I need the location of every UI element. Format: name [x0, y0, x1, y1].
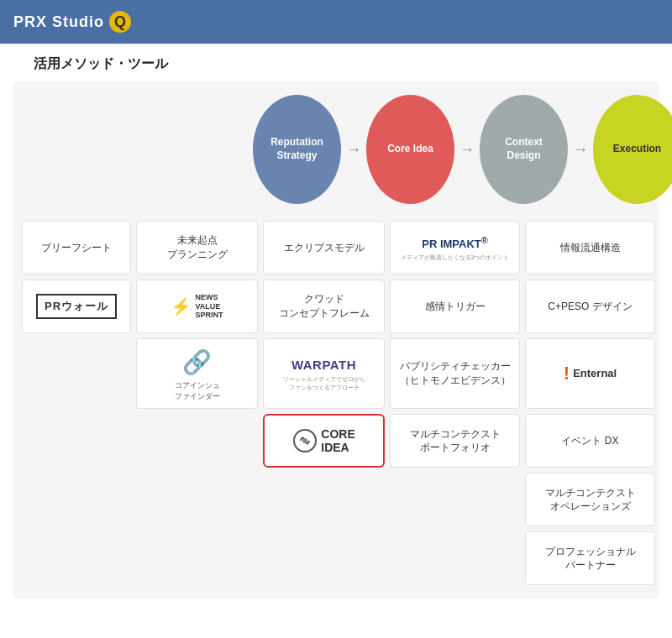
header: PRX Studio Q	[0, 0, 672, 44]
cell-brief: ブリーフシート	[22, 221, 131, 275]
logo-text: PRX Studio	[13, 13, 104, 31]
cell-empty-5-0	[22, 473, 131, 526]
cell-empty-6-1	[136, 531, 258, 585]
cell-professional-text: プロフェッショナルパートナー	[545, 545, 636, 573]
cell-quad: クワッドコンセプトフレーム	[263, 280, 385, 333]
cell-warpath: WARPATH ソーシャルメディアでゼロからファンをつくるアプローチ	[263, 338, 385, 409]
cell-multi-ops: マルチコンテクストオペレーションズ	[525, 473, 655, 526]
pr-wall-logo: PRウォール	[36, 294, 117, 319]
cell-empty-6-0	[22, 531, 131, 585]
flow-step-reputation-label: ReputationStrategy	[270, 136, 323, 162]
arrow-2: →	[454, 141, 480, 159]
logo-q: Q	[109, 11, 131, 33]
cell-kanjou-text: 感情トリガー	[425, 300, 486, 314]
cell-empty-4-0	[22, 414, 131, 468]
flow-step-execution: Execution	[593, 95, 672, 204]
cell-nvs: ⚡ NEWSVALUESPRINT	[136, 280, 258, 333]
cell-kanjou: 感情トリガー	[390, 280, 520, 333]
tools-grid: ブリーフシート 未来起点プランニング エクリプスモデル PR IMPAKT® メ…	[22, 221, 650, 585]
cell-pr-wall: PRウォール	[22, 280, 131, 333]
koin-text: コアインシュファインダー	[175, 380, 220, 401]
arrow-3: →	[568, 141, 593, 159]
cell-multi-ops-text: マルチコンテクストオペレーションズ	[545, 486, 636, 515]
cell-empty-5-3	[390, 473, 520, 526]
cell-event-dx: イベント DX	[525, 414, 655, 468]
cell-event-dx-text: イベント DX	[561, 434, 618, 448]
cell-multi-context: マルチコンテクストポートフォリオ	[390, 414, 520, 468]
warpath-sub: ソーシャルメディアでゼロからファンをつくるアプローチ	[283, 375, 365, 392]
enternal-icon: !	[564, 361, 570, 387]
flow-step-core-idea: Core Idea	[366, 95, 454, 204]
warpath-logo: WARPATH	[291, 356, 356, 374]
cell-empty-6-2	[263, 531, 385, 585]
cell-mirai-text: 未来起点プランニング	[167, 233, 228, 262]
pr-impakt-logo: PR IMPAKT®	[422, 234, 488, 253]
cell-brief-text: ブリーフシート	[41, 241, 112, 255]
cell-multi-context-text: マルチコンテクストポートフォリオ	[410, 427, 501, 456]
core-idea-icon	[292, 428, 318, 453]
svg-point-1	[302, 438, 307, 443]
flow-step-context: ContextDesign	[480, 95, 568, 204]
cell-empty-6-3	[390, 531, 520, 585]
flow-diagram: ReputationStrategy → Core Idea → Context…	[22, 95, 650, 204]
cell-empty-4-1	[136, 414, 258, 468]
koin-icon: 🔗	[182, 346, 212, 379]
cell-cpeso: C+PESO デザイン	[525, 280, 655, 333]
cell-quad-text: クワッドコンセプトフレーム	[279, 292, 370, 321]
flow-step-context-label: ContextDesign	[505, 136, 543, 162]
nvs-bolt-icon: ⚡	[171, 295, 192, 318]
flow-step-reputation: ReputationStrategy	[253, 95, 341, 204]
core-idea-text: COREIDEA	[321, 427, 354, 456]
cell-empty-3-0	[22, 338, 131, 409]
cell-eclipse: エクリプスモデル	[263, 221, 385, 275]
enternal-text: Enternal	[573, 366, 617, 381]
logo: PRX Studio Q	[13, 11, 131, 33]
nvs-text: NEWSVALUESPRINT	[195, 293, 223, 320]
cell-eclipse-text: エクリプスモデル	[284, 241, 365, 255]
arrow-1: →	[341, 141, 366, 159]
cell-jouhou-text: 情報流通構造	[560, 241, 621, 255]
cell-enternal: ! Enternal	[525, 338, 655, 409]
cell-pr-impakt: PR IMPAKT® メディアが報道したくなる3つのポイント	[390, 221, 520, 275]
pr-impakt-sub: メディアが報道したくなる3つのポイント	[401, 254, 510, 261]
cell-publicity: パブリシティチェッカー（ヒトモノエビデンス）	[390, 338, 520, 409]
cell-core-idea: COREIDEA	[263, 414, 385, 468]
cell-koin: 🔗 コアインシュファインダー	[136, 338, 258, 409]
cell-cpeso-text: C+PESO デザイン	[548, 300, 632, 314]
nvs-logo: ⚡ NEWSVALUESPRINT	[171, 293, 223, 320]
cell-professional: プロフェッショナルパートナー	[525, 531, 655, 585]
cell-mirai: 未来起点プランニング	[136, 221, 258, 275]
cell-empty-5-1	[136, 473, 258, 526]
flow-step-core-idea-label: Core Idea	[387, 143, 433, 156]
flow-step-execution-label: Execution	[613, 143, 661, 156]
cell-jouhou: 情報流通構造	[525, 221, 655, 275]
page-title: 活用メソッド・ツール	[17, 44, 185, 79]
cell-empty-5-2	[263, 473, 385, 526]
cell-publicity-text: パブリシティチェッカー（ヒトモノエビデンス）	[400, 359, 511, 388]
